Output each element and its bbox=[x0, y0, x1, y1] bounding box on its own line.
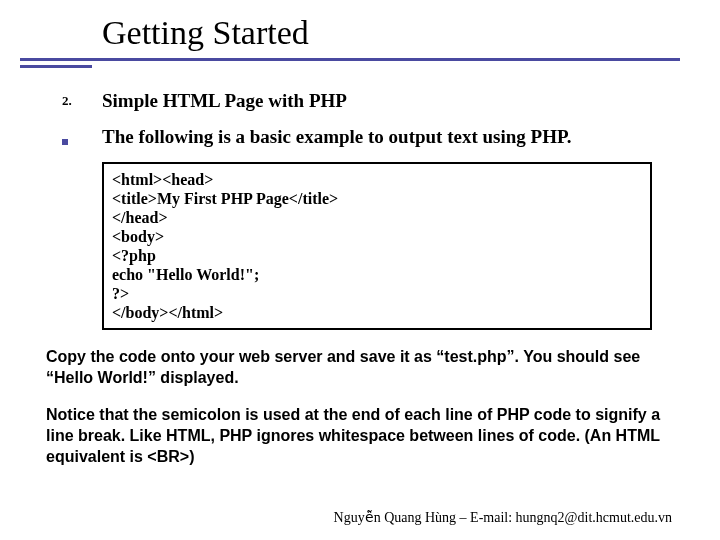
paragraph: Copy the code onto your web server and s… bbox=[46, 346, 672, 388]
code-line: <?php bbox=[112, 246, 642, 265]
bullet-icon bbox=[0, 126, 102, 148]
item-description: The following is a basic example to outp… bbox=[102, 126, 720, 148]
slide: Getting Started 2. Simple HTML Page with… bbox=[0, 0, 720, 540]
footer-author: Nguyễn Quang Hùng – E-mail: hungnq2@dit.… bbox=[334, 509, 672, 526]
code-line: </head> bbox=[112, 208, 642, 227]
code-line: </body></html> bbox=[112, 303, 642, 322]
code-line: <body> bbox=[112, 227, 642, 246]
rule-short bbox=[20, 65, 92, 68]
item-heading: Simple HTML Page with PHP bbox=[102, 90, 720, 112]
list-item: 2. Simple HTML Page with PHP bbox=[0, 90, 720, 112]
code-line: ?> bbox=[112, 284, 642, 303]
slide-title: Getting Started bbox=[102, 14, 720, 52]
title-area: Getting Started bbox=[0, 0, 720, 68]
code-line: echo "Hello World!"; bbox=[112, 265, 642, 284]
rule-long bbox=[20, 58, 680, 61]
code-box: <html><head> <title>My First PHP Page</t… bbox=[102, 162, 652, 330]
code-line: <html><head> bbox=[112, 170, 642, 189]
code-line: <title>My First PHP Page</title> bbox=[112, 189, 642, 208]
square-bullet-icon bbox=[62, 139, 68, 145]
item-number: 2. bbox=[0, 90, 102, 112]
paragraph: Notice that the semicolon is used at the… bbox=[46, 404, 672, 467]
list-item: The following is a basic example to outp… bbox=[0, 126, 720, 148]
content-area: 2. Simple HTML Page with PHP The followi… bbox=[0, 90, 720, 467]
title-rules bbox=[0, 58, 720, 68]
